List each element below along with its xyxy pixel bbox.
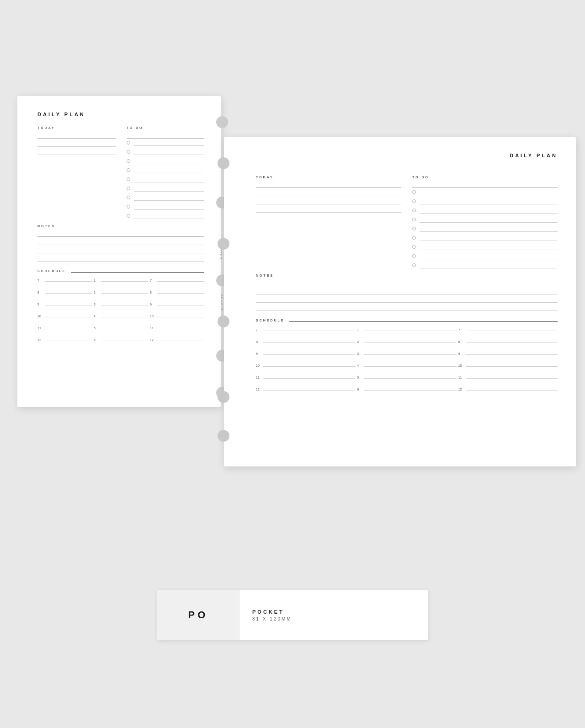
todo-item: [127, 139, 205, 147]
todo-item-r: [412, 234, 558, 242]
todo-label-right: TO DO: [412, 176, 558, 179]
right-planner: ELOTUS DAILY PLAN TODAY TO DO: [224, 137, 576, 466]
pocket-title: POCKET: [252, 609, 415, 615]
todo-item-r: [412, 206, 558, 214]
pocket-code: PO: [188, 609, 208, 621]
bottom-label-card: PO POCKET 81 X 120MM: [157, 590, 428, 640]
schedule-label-left: SCHEDULE: [37, 269, 66, 273]
schedule-label-right: SCHEDULE: [256, 319, 285, 322]
today-label-left: TODAY: [37, 126, 116, 129]
schedule-col-3: 7 8 9 10 11 12: [150, 275, 204, 347]
bottom-card-code-section: PO: [157, 590, 239, 640]
todo-item-r: [412, 197, 558, 205]
todo-item: [127, 148, 205, 156]
todo-item: [127, 212, 205, 220]
todo-item: [127, 175, 205, 183]
schedule-col-r1: 7 8 9 10 11 12: [256, 325, 355, 396]
right-planner-title: DAILY PLAN: [510, 153, 558, 158]
todo-item-r: [412, 188, 558, 196]
pocket-size: 81 X 120MM: [252, 616, 415, 621]
today-label-right: TODAY: [256, 176, 401, 179]
todo-item-r: [412, 252, 558, 260]
todo-item-r: [412, 261, 558, 269]
bottom-card-info: POCKET 81 X 120MM: [239, 609, 428, 621]
schedule-col-1: 7 8 9 10 11 12: [37, 275, 92, 347]
notes-label-left: NOTES: [37, 225, 204, 228]
notes-label-right: NOTES: [256, 274, 558, 277]
left-planner-title: DAILY PLAN: [37, 112, 204, 117]
spine-label-right: ELOTUS: [221, 294, 223, 310]
schedule-col-r3: 7 8 9 10 11 12: [458, 325, 558, 396]
todo-item: [127, 203, 205, 211]
todo-label-left: TO DO: [127, 126, 205, 129]
todo-item: [127, 157, 205, 165]
schedule-col-r2: 1 2 3 4 5 6: [357, 325, 456, 396]
todo-item: [127, 184, 205, 193]
schedule-col-2: 1 2 3 4 5 6: [94, 275, 148, 347]
todo-item-r: [412, 243, 558, 251]
todo-item: [127, 193, 205, 202]
todo-item: [127, 166, 205, 174]
left-planner: ELOTUS DAILY PLAN TODAY TO DO: [17, 96, 221, 407]
todo-item-r: [412, 215, 558, 224]
todo-item-r: [412, 225, 558, 233]
